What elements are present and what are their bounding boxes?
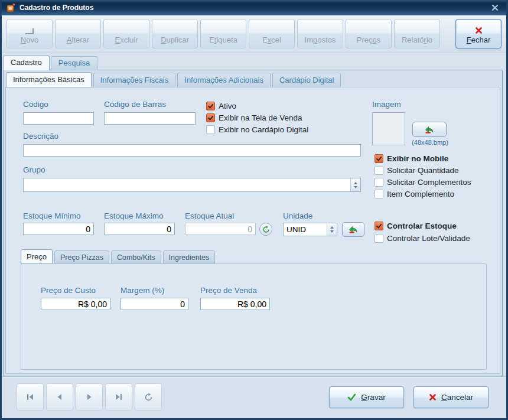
load-unit-arrow-icon bbox=[349, 226, 359, 233]
estoque-maximo-input[interactable] bbox=[104, 223, 175, 235]
etiqueta-button[interactable]: Etiqueta bbox=[200, 19, 246, 48]
codigo-barras-input[interactable] bbox=[104, 112, 196, 125]
duplicar-button[interactable]: Duplicar bbox=[152, 19, 198, 48]
price-tabs: Preço Preço Pizzas Combo/Kits Ingredient… bbox=[21, 249, 215, 264]
unidade-load-button[interactable] bbox=[342, 222, 364, 237]
last-record-icon bbox=[115, 393, 123, 401]
margem-label: Margem (%) bbox=[121, 286, 164, 295]
codigo-input[interactable] bbox=[23, 112, 94, 125]
nav-next-button[interactable] bbox=[76, 383, 103, 411]
check-icon bbox=[376, 223, 382, 229]
nav-previous-button[interactable] bbox=[46, 383, 73, 411]
precos-button[interactable]: Preços bbox=[346, 19, 392, 48]
gravar-button[interactable]: Gravar bbox=[329, 386, 404, 408]
relatorio-button[interactable]: Relatório bbox=[394, 19, 440, 48]
informacoes-basicas-pane: Código Código de Barras Ativo Exibir na … bbox=[5, 87, 500, 374]
new-record-corner-icon bbox=[25, 24, 34, 34]
unidade-label: Unidade bbox=[283, 211, 312, 220]
previous-record-icon bbox=[56, 393, 64, 401]
checkbox-exibir-mobile[interactable]: Exibir no Mobile bbox=[375, 154, 448, 163]
alterar-button[interactable]: Alterar bbox=[55, 19, 101, 48]
preco-venda-input[interactable] bbox=[200, 298, 270, 310]
titlebar-close-button[interactable] bbox=[489, 2, 502, 13]
imagem-label: Imagem bbox=[372, 100, 401, 109]
descricao-label: Descrição bbox=[23, 132, 58, 141]
preco-custo-input[interactable] bbox=[41, 298, 110, 310]
estoque-atual-input bbox=[185, 223, 256, 235]
checkbox-box bbox=[375, 190, 383, 198]
margem-input[interactable] bbox=[121, 298, 188, 310]
tab-informacoes-adicionais[interactable]: Informações Adicionais bbox=[177, 73, 271, 87]
estoque-atual-label: Estoque Atual bbox=[185, 211, 234, 220]
close-x-icon bbox=[491, 4, 499, 11]
checkbox-box bbox=[375, 178, 383, 187]
grupo-label: Grupo bbox=[23, 165, 45, 174]
checkbox-controlar-estoque[interactable]: Controlar Estoque bbox=[375, 221, 457, 230]
checkbox-item-complemento[interactable]: Item Complemento bbox=[375, 189, 454, 198]
refresh-circle-icon bbox=[262, 226, 270, 233]
descricao-input[interactable] bbox=[23, 144, 361, 157]
cancelar-button[interactable]: Cancelar bbox=[413, 386, 489, 408]
tab-preco-pizzas[interactable]: Preço Pizzas bbox=[54, 250, 109, 264]
checkbox-exibir-cardapio-digital[interactable]: Exibir no Cardápio Digital bbox=[206, 125, 308, 134]
estoque-minimo-label: Estoque Mínimo bbox=[23, 211, 81, 220]
checkbox-solicitar-complementos[interactable]: Solicitar Complementos bbox=[375, 177, 471, 187]
codigo-barras-label: Código de Barras bbox=[104, 100, 166, 109]
impostos-button[interactable]: Impostos bbox=[297, 19, 343, 48]
info-tabs: Informações Básicas Informações Fiscais … bbox=[6, 72, 341, 87]
excel-button[interactable]: Excel bbox=[249, 19, 295, 48]
spinner-arrows-icon[interactable] bbox=[350, 178, 360, 191]
tab-preco[interactable]: Preço bbox=[21, 249, 53, 264]
checkbox-box bbox=[375, 166, 383, 175]
novo-button[interactable]: Novo bbox=[6, 19, 53, 48]
check-icon bbox=[207, 115, 214, 121]
imagem-load-button[interactable] bbox=[412, 122, 447, 137]
excluir-button[interactable]: Excluir bbox=[103, 19, 149, 48]
unidade-select[interactable]: UNID bbox=[283, 223, 337, 236]
cadastro-pane: Informações Básicas Informações Fiscais … bbox=[3, 70, 503, 376]
toolbar: Novo Alterar Excluir Duplicar Etiqueta E… bbox=[2, 15, 506, 53]
check-icon bbox=[207, 103, 214, 109]
app-icon bbox=[6, 3, 15, 12]
nav-refresh-button[interactable] bbox=[135, 383, 162, 411]
tab-informacoes-basicas[interactable]: Informações Básicas bbox=[6, 72, 92, 87]
refresh-icon bbox=[144, 393, 153, 402]
checkbox-box bbox=[206, 125, 215, 134]
window: Cadastro de Produtos Novo Alterar Exclui… bbox=[0, 0, 508, 420]
tab-cadastro[interactable]: Cadastro bbox=[3, 56, 50, 70]
estoque-minimo-input[interactable] bbox=[23, 223, 94, 235]
nav-first-button[interactable] bbox=[17, 383, 44, 411]
fechar-button[interactable]: Fechar bbox=[455, 19, 502, 48]
load-image-arrow-icon bbox=[425, 126, 435, 134]
tab-cardapio-digital[interactable]: Cardápio Digital bbox=[272, 73, 341, 87]
nav-last-button[interactable] bbox=[105, 383, 132, 411]
checkbox-exibir-tela-venda[interactable]: Exibir na Tela de Venda bbox=[206, 113, 302, 122]
preco-pane: Preço de Custo Margem (%) Preço de Venda bbox=[21, 263, 487, 370]
footer: Gravar Cancelar bbox=[2, 376, 506, 418]
grupo-select[interactable] bbox=[23, 178, 361, 192]
checkbox-ativo[interactable]: Ativo bbox=[206, 101, 236, 110]
green-check-icon bbox=[347, 393, 356, 401]
estoque-refresh-button[interactable] bbox=[259, 223, 272, 236]
preco-venda-label: Preço de Venda bbox=[200, 286, 257, 295]
tab-combo-kits[interactable]: Combo/Kits bbox=[111, 250, 161, 264]
checkbox-box bbox=[375, 154, 383, 163]
main-tabs: Cadastro Pesquisa bbox=[3, 56, 97, 70]
checkbox-solicitar-quantidade[interactable]: Solicitar Quantidade bbox=[375, 165, 459, 175]
tab-pesquisa[interactable]: Pesquisa bbox=[51, 56, 97, 70]
tab-informacoes-fiscais[interactable]: Informações Fiscais bbox=[93, 73, 176, 87]
imagem-hint: (48x48.bmp) bbox=[400, 139, 460, 146]
first-record-icon bbox=[26, 393, 34, 401]
tab-ingredientes[interactable]: Ingredientes bbox=[163, 250, 216, 264]
titlebar: Cadastro de Produtos bbox=[2, 0, 506, 15]
check-icon bbox=[376, 155, 382, 162]
preco-custo-label: Preço de Custo bbox=[41, 286, 96, 295]
next-record-icon bbox=[85, 393, 93, 401]
red-x-icon bbox=[429, 393, 437, 401]
checkbox-controlar-lote-validade[interactable]: Controlar Lote/Validade bbox=[375, 233, 470, 243]
checkbox-box bbox=[375, 234, 383, 243]
red-x-icon bbox=[475, 24, 483, 34]
checkbox-box bbox=[206, 113, 215, 122]
spinner-arrows-icon[interactable] bbox=[327, 223, 337, 236]
checkbox-box bbox=[375, 222, 383, 230]
